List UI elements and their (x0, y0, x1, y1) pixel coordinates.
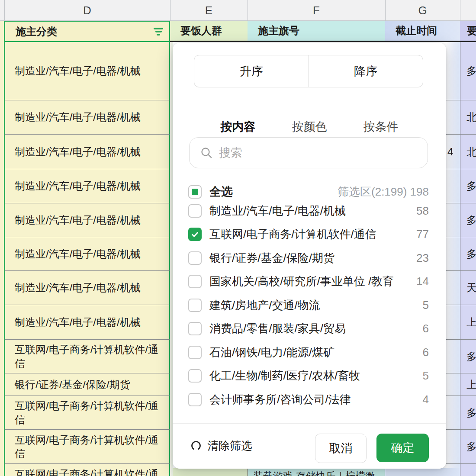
filter-list-item[interactable]: 化工/生物/制药/医疗/农林/畜牧5 (188, 364, 429, 388)
filter-item-label: 石油/钢铁/电力/能源/煤矿 (209, 345, 419, 360)
cell-text: 制造业/汽车/电子/电器/机械 (5, 247, 145, 261)
column-header-h[interactable]: 要 (460, 21, 476, 42)
filter-item-count: 5 (423, 369, 429, 383)
table-cell[interactable] (446, 305, 460, 340)
table-cell[interactable]: 制造业/汽车/电子/电器/机械 (4, 135, 170, 169)
sort-ascending-button[interactable]: 升序 (194, 55, 309, 87)
sort-descending-button[interactable]: 降序 (309, 55, 423, 87)
table-cell[interactable]: 制造业/汽车/电子/电器/机械 (4, 100, 170, 135)
column-letter-e[interactable]: E (170, 0, 248, 21)
table-cell[interactable] (446, 237, 460, 271)
filter-item-count: 77 (416, 228, 429, 241)
table-cell[interactable] (446, 430, 460, 464)
checkbox-unchecked[interactable] (188, 204, 202, 218)
filter-list-item[interactable]: 会计师事务所/咨询公司/法律4 (188, 388, 429, 411)
filter-list-item[interactable]: 互联网/电子商务/计算机软件/通信77 (188, 223, 429, 246)
table-cell[interactable] (446, 396, 460, 430)
table-cell[interactable]: 互联网/电子商务/计算机软件/通信 (4, 340, 170, 373)
checkbox-unchecked[interactable] (188, 393, 202, 406)
filter-list-item[interactable]: 石油/钢铁/电力/能源/煤矿6 (188, 341, 429, 364)
checkbox-unchecked[interactable] (188, 299, 202, 312)
filter-list-item[interactable]: 建筑/房地产/交通/物流5 (188, 293, 429, 317)
search-placeholder: 搜索 (219, 145, 242, 161)
filter-list-item[interactable]: 消费品/零售/服装/家具/贸易6 (188, 317, 429, 341)
table-cell[interactable]: 制造业/汽车/电子/电器/机械 (4, 271, 170, 305)
table-cell[interactable]: 多 (460, 340, 476, 373)
filter-list-item[interactable]: 国家机关/高校/研究所/事业单位 /教育14 (188, 270, 429, 293)
cell-text: 制造业/汽车/电子/电器/机械 (5, 315, 145, 329)
column-c-sliver (0, 21, 4, 476)
column-letter-f[interactable]: F (248, 0, 385, 21)
sort-segment-control: 升序 降序 (194, 55, 423, 87)
filter-item-label: 制造业/汽车/电子/电器/机械 (209, 203, 413, 219)
column-letter-d[interactable]: D (4, 0, 170, 21)
table-cell[interactable]: 北 (460, 100, 476, 135)
select-all-checkbox-indeterminate[interactable] (188, 185, 202, 199)
column-header-d[interactable]: 施主分类 (4, 21, 170, 42)
table-cell[interactable]: 多 (460, 396, 476, 430)
table-cell[interactable] (385, 468, 460, 476)
table-cell[interactable]: 制造业/汽车/电子/电器/机械 (4, 169, 170, 203)
table-cell[interactable]: 上 (460, 373, 476, 396)
table-cell[interactable] (460, 468, 476, 476)
filter-item-label: 国家机关/高校/研究所/事业单位 /教育 (209, 274, 413, 289)
filter-item-count: 4 (423, 393, 429, 406)
table-cell[interactable] (173, 468, 248, 476)
table-cell[interactable]: 多 (460, 430, 476, 464)
confirm-button[interactable]: 确定 (376, 434, 429, 462)
cell-text: 制造业/汽车/电子/电器/机械 (5, 213, 145, 227)
checkbox-checked[interactable] (188, 228, 202, 241)
table-cell[interactable]: 互联网/电子商务/计算机软件/通信 (4, 430, 170, 464)
table-cell[interactable]: 制造业/汽车/电子/电器/机械 (4, 305, 170, 340)
column-letter-row: DEFG (0, 0, 476, 21)
table-cell[interactable] (446, 340, 460, 373)
grid-line (170, 0, 170, 21)
table-cell[interactable]: 互联网/电子商务/计算机软件/通信 (4, 396, 170, 430)
table-cell[interactable]: 4 (446, 135, 460, 169)
cancel-button[interactable]: 取消 (315, 434, 367, 463)
tab-by-color[interactable]: 按颜色 (292, 119, 327, 135)
clear-filter-icon (190, 440, 202, 452)
table-cell[interactable] (446, 42, 460, 100)
table-cell[interactable]: 多 (460, 237, 476, 271)
cell-text: 制造业/汽车/电子/电器/机械 (5, 281, 145, 294)
checkbox-unchecked[interactable] (188, 346, 202, 359)
checkbox-unchecked[interactable] (188, 251, 202, 265)
table-cell[interactable]: 制造业/汽车/电子/电器/机械 (4, 203, 170, 237)
filter-list-item[interactable]: 制造业/汽车/电子/电器/机械58 (188, 199, 429, 222)
column-header-h-label: 要 (467, 24, 476, 38)
table-cell[interactable]: 多 (460, 42, 476, 100)
checkbox-unchecked[interactable] (188, 275, 202, 288)
column-header-d-label: 施主分类 (16, 25, 57, 39)
cell-text: 银行/证券/基金/保险/期货 (5, 378, 135, 391)
table-cell[interactable]: 上 (460, 305, 476, 340)
table-cell[interactable]: 互联网/电子商务/计算机软件/通信 (4, 464, 170, 476)
table-cell[interactable] (446, 100, 460, 135)
table-cell[interactable]: 装载游戏 存储快乐｜柠檬微 (248, 468, 385, 476)
filter-list-item[interactable]: 银行/证券/基金/保险/期货23 (188, 246, 429, 270)
column-letter-g[interactable]: G (385, 0, 460, 21)
column-header-e[interactable]: 要饭人群 (170, 21, 248, 42)
filter-popup: 升序 降序 按内容 按颜色 按条件 搜索 全选 筛选区(2:199) 198 制… (173, 43, 446, 469)
tab-by-content[interactable]: 按内容 (221, 119, 256, 135)
checkbox-unchecked[interactable] (188, 322, 202, 335)
table-cell[interactable]: 多 (460, 203, 476, 237)
table-cell[interactable] (446, 169, 460, 203)
column-header-f[interactable]: 施主旗号 (248, 21, 385, 42)
table-cell[interactable]: 多 (460, 169, 476, 203)
table-cell[interactable] (446, 373, 460, 396)
checkbox-unchecked[interactable] (188, 369, 202, 383)
table-cell[interactable] (446, 203, 460, 237)
column-header-g[interactable]: 截止时间 (385, 21, 460, 42)
clear-filter-button[interactable]: 清除筛选 (190, 438, 252, 453)
table-cell[interactable]: 银行/证券/基金/保险/期货 (4, 373, 170, 396)
filter-range-info: 筛选区(2:199) 198 (338, 184, 429, 199)
table-cell[interactable]: 天 (460, 271, 476, 305)
table-cell[interactable] (446, 271, 460, 305)
filter-active-icon[interactable] (154, 28, 163, 35)
tab-by-condition[interactable]: 按条件 (363, 119, 399, 135)
search-input[interactable]: 搜索 (189, 137, 428, 168)
table-cell[interactable]: 制造业/汽车/电子/电器/机械 (4, 42, 170, 100)
table-cell[interactable]: 北 (460, 135, 476, 169)
table-cell[interactable]: 制造业/汽车/电子/电器/机械 (4, 237, 170, 271)
